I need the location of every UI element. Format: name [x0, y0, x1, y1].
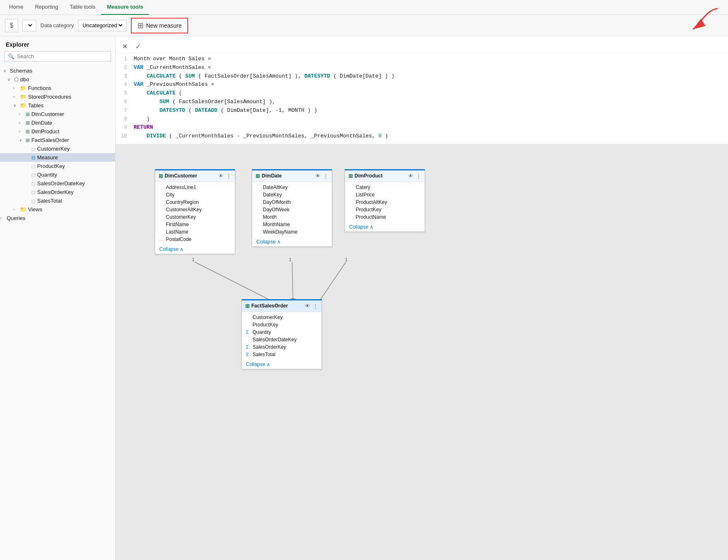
- eye-icon[interactable]: 👁: [305, 303, 310, 309]
- nav-tab-reporting[interactable]: Reporting: [29, 0, 64, 15]
- editor-panel: ✕ ✓ 1 Month over Month Sales = 2 VAR _Cu…: [116, 36, 728, 560]
- code-line-9: 9 RETURN: [119, 123, 725, 132]
- more-icon[interactable]: ⋮: [313, 303, 318, 309]
- dimproduct-actions[interactable]: 👁 ⋮: [408, 173, 421, 179]
- new-measure-label: New measure: [146, 22, 182, 29]
- chevron-icon: ›: [19, 129, 24, 134]
- new-measure-button[interactable]: ⊞ New measure: [131, 18, 188, 33]
- search-box[interactable]: 🔍: [4, 51, 111, 61]
- dimdate-header: ⊞ DimDate 👁 ⋮: [252, 170, 332, 182]
- more-icon[interactable]: ⋮: [416, 173, 421, 179]
- chevron-icon: ∨: [7, 77, 12, 82]
- fso-salestotal: ΣSalesTotal: [242, 351, 321, 358]
- chevron-icon: ∨: [19, 138, 24, 142]
- tree-item-tables[interactable]: ∨ 📁 Tables: [0, 101, 115, 110]
- tree-item-functions[interactable]: › 📁 Functions: [0, 84, 115, 92]
- productkey-label: ProductKey: [37, 163, 65, 169]
- nav-tab-measure-tools[interactable]: Measure tools: [101, 0, 149, 15]
- field-customeraltkey: CustomerAltKey: [155, 206, 235, 213]
- nav-tab-home[interactable]: Home: [3, 0, 29, 15]
- field-icon: ◻: [31, 163, 35, 169]
- dimdate-collapse[interactable]: Collapse ∧: [252, 237, 332, 246]
- table-card-dimdate: ⊞ DimDate 👁 ⋮ DateAltKey DateKey DayOfMo…: [252, 169, 332, 247]
- field-dayofweek: DayOfWeek: [252, 206, 332, 213]
- tree-item-dimproduct[interactable]: › ⊞ DimProduct: [0, 127, 115, 136]
- dimdate-actions[interactable]: 👁 ⋮: [315, 173, 329, 179]
- tree-item-factsalesorder[interactable]: ∨ ⊞ FactSalesOrder: [0, 136, 115, 144]
- eye-icon[interactable]: 👁: [218, 173, 224, 179]
- tree-item-measure[interactable]: ⊟ Measure: [0, 153, 115, 162]
- dimcustomer-actions[interactable]: 👁 ⋮: [218, 173, 232, 179]
- dimcustomer-body: AddressLine1 City CountryRegion Customer…: [155, 182, 235, 245]
- dimcustomer-collapse[interactable]: Collapse ∧: [155, 245, 235, 254]
- close-btn[interactable]: ✕: [120, 41, 130, 51]
- factsalesorder-actions[interactable]: 👁 ⋮: [305, 303, 318, 309]
- factsalesorder-collapse[interactable]: Collapse ∧: [242, 360, 321, 369]
- quantity-label: Quantity: [37, 172, 57, 178]
- svg-text:1: 1: [192, 257, 194, 262]
- code-line-8: 8 ): [119, 115, 725, 124]
- field-countryregion: CountryRegion: [155, 198, 235, 206]
- factsalesorder-header: ⊞ FactSalesOrder 👁 ⋮: [242, 300, 321, 312]
- table-icon: ⊞: [26, 120, 30, 126]
- table-title-icon: ⊞: [255, 173, 260, 179]
- chevron-icon: ›: [19, 112, 24, 116]
- dimdate-body: DateAltKey DateKey DayOfMonth DayOfWeek …: [252, 182, 332, 237]
- folder-icon: 📁: [20, 102, 26, 109]
- main-layout: Explorer 🔍 ∨ Schemas ∨ ⬡ dbo › 📁 Functio…: [0, 36, 728, 560]
- tree-item-storedprocedures[interactable]: › 📁 StoredProcedures: [0, 92, 115, 101]
- tree-item-schemas[interactable]: ∨ Schemas: [0, 66, 115, 75]
- data-category-select[interactable]: Uncategorized: [81, 22, 124, 29]
- field-datekey: DateKey: [252, 191, 332, 198]
- table-card-dimcustomer: ⊞ DimCustomer 👁 ⋮ AddressLine1 City Coun…: [155, 169, 235, 254]
- field-catery: Catery: [345, 184, 425, 191]
- field-icon: ◻: [31, 172, 35, 178]
- folder-icon: 📁: [20, 94, 26, 100]
- chevron-icon: ›: [13, 86, 18, 90]
- dimproduct-body: Catery ListPrice ProductAltKey ProductKe…: [345, 182, 425, 222]
- tree-item-dimdate[interactable]: › ⊞ DimDate: [0, 118, 115, 127]
- tree-item-dbo[interactable]: ∨ ⬡ dbo: [0, 75, 115, 84]
- code-line-10: 10 DIVIDE ( _CurrentMonthSales - _Previo…: [119, 132, 725, 141]
- tree-item-salesorderdatekey[interactable]: ◻ SalesOrderDateKey: [0, 179, 115, 188]
- fso-customerkey: CustomerKey: [242, 314, 321, 321]
- dimproduct-collapse[interactable]: Collapse ∧: [345, 222, 425, 232]
- tree-item-customerkey[interactable]: ◻ CustomerKey: [0, 144, 115, 153]
- fso-productkey: ProductKey: [242, 321, 321, 328]
- confirm-btn[interactable]: ✓: [133, 41, 143, 51]
- tree-item-dimcustomer[interactable]: › ⊞ DimCustomer: [0, 110, 115, 118]
- field-weekdayname: WeekDayName: [252, 228, 332, 236]
- more-icon[interactable]: ⋮: [323, 173, 329, 179]
- nav-tab-table-tools[interactable]: Table tools: [64, 0, 101, 15]
- dimcustomer-title: ⊞ DimCustomer: [158, 173, 197, 179]
- data-category-dropdown[interactable]: Uncategorized: [78, 20, 127, 31]
- format-select[interactable]: [25, 22, 33, 29]
- fso-salesorderkey: ΣSalesOrderKey: [242, 343, 321, 351]
- sidebar-title: Explorer: [0, 36, 115, 51]
- tree: ∨ Schemas ∨ ⬡ dbo › 📁 Functions › 📁 Stor…: [0, 65, 115, 560]
- salesorderkey-label: SalesOrderKey: [37, 189, 73, 195]
- eye-icon[interactable]: 👁: [315, 173, 321, 179]
- tree-item-productkey[interactable]: ◻ ProductKey: [0, 162, 115, 170]
- format-icon-btn[interactable]: $: [5, 19, 18, 32]
- tree-item-quantity[interactable]: ◻ Quantity: [0, 170, 115, 179]
- chevron-icon: ›: [0, 216, 5, 220]
- tree-item-salestotal[interactable]: ◻ SalesTotal: [0, 196, 115, 205]
- dimproduct-header: ⊞ DimProduct 👁 ⋮: [345, 170, 425, 182]
- code-editor[interactable]: ✕ ✓ 1 Month over Month Sales = 2 VAR _Cu…: [116, 36, 728, 144]
- code-lines: 1 Month over Month Sales = 2 VAR _Curren…: [116, 55, 728, 141]
- more-icon[interactable]: ⋮: [226, 173, 232, 179]
- tree-item-views[interactable]: › 📁 Views: [0, 205, 115, 214]
- tree-item-queries[interactable]: › Queries: [0, 214, 115, 222]
- table-title-icon: ⊞: [158, 173, 163, 179]
- field-customerkey: CustomerKey: [155, 213, 235, 221]
- table-icon: ⊞: [26, 111, 30, 117]
- eye-icon[interactable]: 👁: [408, 173, 414, 179]
- customerkey-label: CustomerKey: [37, 146, 70, 152]
- field-city: City: [155, 191, 235, 198]
- format-dropdown[interactable]: [22, 20, 36, 31]
- tree-item-salesorderkey[interactable]: ◻ SalesOrderKey: [0, 188, 115, 196]
- svg-text:1: 1: [345, 257, 347, 262]
- table-title-icon: ⊞: [245, 303, 250, 309]
- search-input[interactable]: [17, 53, 107, 59]
